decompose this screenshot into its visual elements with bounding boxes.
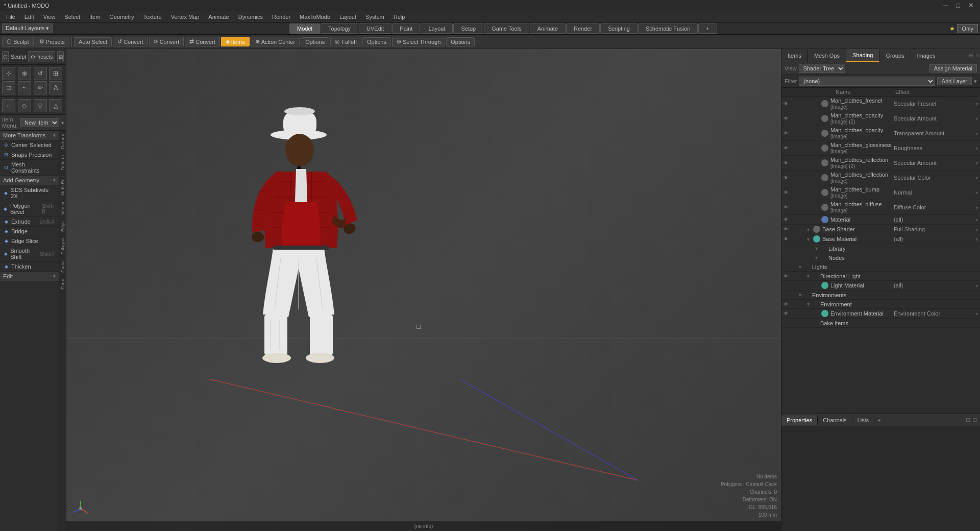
sculpt-button[interactable]: ⬡ Sculpt (2, 37, 34, 46)
item-menu-arrow[interactable]: ▾ (61, 120, 64, 126)
item-menu-select[interactable]: New Item (20, 118, 59, 127)
tab-images[interactable]: Images (911, 49, 942, 62)
visibility-icon[interactable]: 👁 (783, 175, 791, 180)
visibility-icon[interactable]: 👁 (783, 302, 791, 307)
tool-move[interactable]: ⊕ (18, 67, 31, 80)
auto-select-button[interactable]: Auto Select (74, 37, 112, 46)
shader-row-dropdown[interactable]: ▾ (975, 205, 978, 210)
tool-scale[interactable]: ⊞ (49, 67, 62, 80)
visibility-icon[interactable]: 👁 (783, 131, 791, 136)
visibility-icon[interactable]: 👁 (783, 205, 791, 210)
rb-tab-properties[interactable]: Properties (781, 416, 818, 425)
tool-item-edge-slice[interactable]: ◆Edge Slice (0, 236, 59, 246)
shader-row[interactable]: 👁Man_clothes_reflection [Image] (2)Specu… (781, 156, 980, 171)
tool-item-polygon-bevel[interactable]: ◆Polygon BevelShift-B (0, 201, 59, 217)
snaps-precision-item[interactable]: ⊞ Snaps Precision (0, 150, 59, 160)
tab-mesh-ops[interactable]: Mesh Ops (808, 49, 846, 62)
mode-tab-setup[interactable]: Setup (453, 23, 483, 34)
menu-item-edit[interactable]: Edit (20, 13, 38, 21)
shader-row[interactable]: ▾Environments (781, 291, 980, 300)
menu-item-render[interactable]: Render (268, 13, 295, 21)
expand-icon-1[interactable]: ⊞ (969, 52, 973, 59)
visibility-icon[interactable]: 👁 (783, 101, 791, 106)
visibility-icon[interactable]: 👁 (783, 146, 791, 151)
expand-arrow[interactable]: ▾ (799, 264, 805, 270)
visibility-icon[interactable]: 👁 (783, 227, 791, 232)
shader-row[interactable]: Bake Items (781, 319, 980, 328)
close-button[interactable]: ✕ (966, 2, 976, 9)
shader-row-dropdown[interactable]: ▾ (975, 190, 978, 196)
visibility-icon[interactable]: 👁 (783, 160, 791, 165)
sculpt-tool-button[interactable]: ⬡ (2, 51, 9, 62)
visibility-icon[interactable]: 👁 (783, 190, 791, 195)
mesh-constraints-item[interactable]: ⊡ Mesh Constraints (0, 160, 59, 176)
layout-dropdown[interactable]: Default Layouts ▾ (2, 23, 53, 33)
presets-tool-button[interactable]: ⚙ Presets (28, 51, 55, 62)
shader-row-dropdown[interactable]: ▾ (975, 175, 978, 181)
shader-row[interactable]: 👁Man_clothes_glossiness [Image]Roughness… (781, 141, 980, 156)
options-button-3[interactable]: Options (446, 37, 475, 46)
filter-right-button[interactable]: ▾ (974, 78, 977, 85)
vert-tab-deform[interactable]: Deform (59, 131, 66, 152)
expand-arrow[interactable]: ▾ (815, 255, 821, 260)
shader-row-dropdown[interactable]: ▾ (975, 217, 978, 223)
vert-tab-deform[interactable]: Deform (59, 152, 66, 174)
select-through-button[interactable]: ⊗ Select Through (392, 37, 445, 46)
falloff-button[interactable]: ◎ Falloff (330, 37, 361, 46)
visibility-icon[interactable]: 👁 (783, 311, 791, 316)
mode-tab-model[interactable]: Model (289, 23, 320, 34)
visibility-icon[interactable]: 👁 (783, 236, 791, 242)
vert-tab-polygon[interactable]: Polygon (59, 235, 66, 258)
shader-row-dropdown[interactable]: ▾ (975, 227, 978, 232)
convert-button-2[interactable]: ⟳ Convert (149, 37, 184, 46)
shader-row[interactable]: ▾Lights (781, 262, 980, 272)
tool-viewport[interactable]: □ (2, 81, 15, 94)
assign-material-button[interactable]: Assign Material (929, 64, 977, 73)
tool-item-sds-subdivide-2x[interactable]: ◆SDS Subdivide 2X (0, 185, 59, 201)
mode-tab-topology[interactable]: Topology (321, 23, 358, 34)
shader-row[interactable]: 👁▾Directional Light (781, 272, 980, 281)
menu-item-vertex-map[interactable]: Vertex Map (167, 13, 204, 21)
visibility-icon[interactable]: 👁 (783, 217, 791, 222)
shader-row[interactable]: ▾Nodes (781, 253, 980, 262)
tab-shading[interactable]: Shading (846, 49, 879, 62)
rb-expand-2[interactable]: ⊡ (972, 417, 977, 423)
mode-tab-schematic-fusion[interactable]: Schematic Fusion (638, 23, 698, 34)
rb-tab-channels[interactable]: Channels (818, 416, 852, 425)
expand-arrow[interactable]: ▾ (807, 236, 813, 242)
tool-select[interactable]: ⊹ (2, 67, 15, 80)
menu-item-geometry[interactable]: Geometry (105, 13, 138, 21)
shader-tree[interactable]: 👁Man_clothes_fresnel [Image]Specular Fre… (781, 96, 980, 414)
rb-tab-lists[interactable]: Lists (852, 416, 875, 425)
tool-item-smooth-shift[interactable]: ◆Smooth ShiftShift-? (0, 246, 59, 262)
rb-expand-1[interactable]: ⊞ (966, 417, 970, 423)
expand-arrow[interactable]: ▾ (799, 292, 805, 298)
expand-arrow[interactable]: ▾ (807, 227, 813, 232)
shader-row[interactable]: 👁Man_clothes_reflection [Image]Specular … (781, 171, 980, 185)
shader-row-dropdown[interactable]: ▾ (975, 283, 978, 288)
menu-item-layout[interactable]: Layout (335, 13, 360, 21)
vert-tab-meth-edit[interactable]: Meth Edit (59, 173, 66, 199)
convert-button-1[interactable]: ↺ Convert (113, 37, 148, 46)
filter-select[interactable]: (none) (799, 77, 935, 86)
maximize-button[interactable]: □ (954, 2, 962, 9)
rb-add-tab[interactable]: + (874, 416, 884, 425)
shader-row[interactable]: 👁▾Environment (781, 300, 980, 309)
menu-item-help[interactable]: Help (389, 13, 409, 21)
menu-item-item[interactable]: Item (85, 13, 104, 21)
more-transforms-header[interactable]: More Transforms ▾ (0, 131, 59, 140)
mode-tab-uvedit[interactable]: UVEdit (359, 23, 391, 34)
shader-row-dropdown[interactable]: ▾ (975, 131, 978, 136)
tool-c2[interactable]: ◇ (18, 99, 31, 112)
expand-arrow[interactable]: ▾ (807, 301, 813, 307)
add-layer-button[interactable]: Add Layer (937, 77, 972, 85)
shader-row-dropdown[interactable]: ▾ (975, 116, 978, 122)
viewport-canvas[interactable] (66, 49, 781, 531)
visibility-icon[interactable]: 👁 (783, 116, 791, 121)
shader-row-dropdown[interactable]: ▾ (975, 160, 978, 166)
add-geometry-header[interactable]: Add Geometry ▾ (0, 176, 59, 185)
tool-item-extrude[interactable]: ◆ExtrudeShift-X (0, 217, 59, 227)
mode-tab-animate[interactable]: Animate (530, 23, 566, 34)
shader-row[interactable]: 👁Man_clothes_opacity [Image] (2)Specular… (781, 111, 980, 126)
shader-row-dropdown[interactable]: ▾ (975, 236, 978, 242)
